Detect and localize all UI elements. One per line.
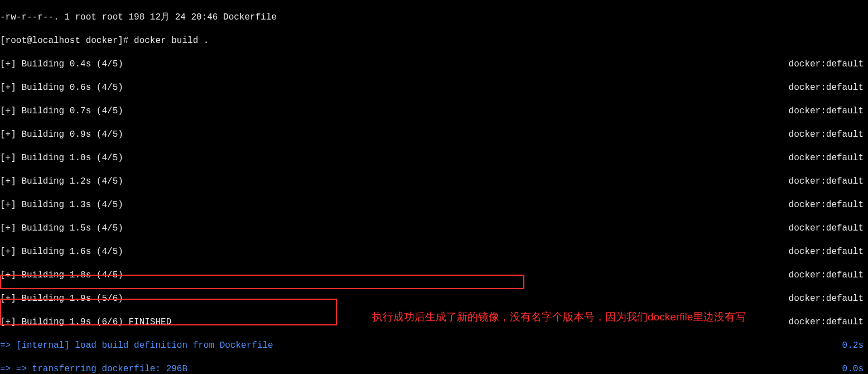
build-tag: docker:default: [789, 246, 868, 258]
terminal-output[interactable]: -rw-r--r--. 1 root root 198 12月 24 20:46…: [0, 0, 868, 374]
build-step: [+] Building 0.9s (4/5): [0, 129, 123, 141]
build-step: [+] Building 1.9s (5/6): [0, 293, 123, 305]
build-tag: docker:default: [789, 293, 868, 305]
build-tag: docker:default: [789, 106, 868, 117]
annotation-text: 执行成功后生成了新的镜像，没有名字个版本号，因为我们dockerfile里边没有…: [372, 309, 796, 325]
build-step: [+] Building 0.6s (4/5): [0, 82, 123, 94]
build-step: [+] Building 1.0s (4/5): [0, 152, 123, 164]
build-step: [+] Building 1.8s (4/5): [0, 270, 123, 281]
build-tag: docker:default: [789, 129, 868, 141]
build-step: [+] Building 1.6s (4/5): [0, 246, 123, 258]
build-tag: docker:default: [789, 59, 868, 70]
build-step: [+] Building 0.4s (4/5): [0, 59, 123, 70]
build-tag: docker:default: [789, 270, 868, 281]
step-time: 0.0s: [842, 363, 868, 374]
ls-line: -rw-r--r--. 1 root root 198 12月 24 20:46…: [0, 12, 277, 22]
build-tag: docker:default: [789, 82, 868, 94]
build-tag: docker:default: [789, 152, 868, 164]
build-step: [+] Building 0.7s (4/5): [0, 106, 123, 117]
build-step: [+] Building 1.2s (4/5): [0, 176, 123, 188]
build-step: [+] Building 1.3s (4/5): [0, 199, 123, 211]
build-tag: docker:default: [789, 176, 868, 188]
build-step: [+] Building 1.5s (4/5): [0, 223, 123, 234]
build-finished: [+] Building 1.9s (6/6) FINISHED: [0, 317, 171, 328]
prompt-build: [root@localhost docker]# docker build .: [0, 36, 209, 46]
build-tag: docker:default: [789, 317, 868, 328]
build-tag: docker:default: [789, 199, 868, 211]
step-line: => => transferring dockerfile: 296B: [0, 363, 187, 374]
build-tag: docker:default: [789, 223, 868, 234]
step-line: => [internal] load build definition from…: [0, 340, 273, 352]
step-time: 0.2s: [842, 340, 868, 352]
